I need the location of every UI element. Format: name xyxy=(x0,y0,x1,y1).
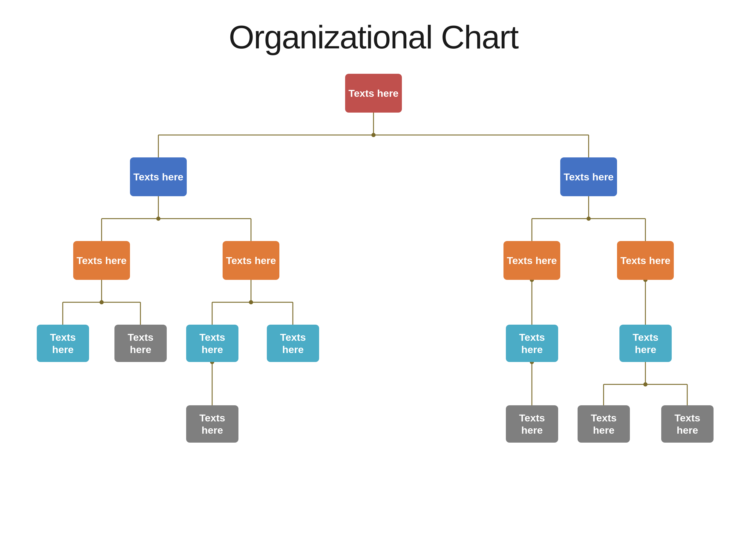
node-l3-rrl: Texts here xyxy=(619,325,672,362)
svg-point-4 xyxy=(371,133,376,137)
svg-point-19 xyxy=(249,300,253,304)
org-chart: Texts here Texts here Texts here Texts h… xyxy=(15,74,732,537)
node-l1-right: Texts here xyxy=(560,157,617,196)
node-l3-lrl: Texts here xyxy=(186,325,238,362)
node-l4-rlc: Texts here xyxy=(506,405,558,443)
node-l4-lrc: Texts here xyxy=(186,405,238,443)
page-title: Organizational Chart xyxy=(229,18,518,56)
node-l2-rr: Texts here xyxy=(617,241,674,280)
connector-lines xyxy=(15,74,732,537)
svg-point-9 xyxy=(156,216,160,221)
node-l4-rrr: Texts here xyxy=(661,405,714,443)
node-l4-rrl: Texts here xyxy=(577,405,630,443)
node-l2-ll: Texts here xyxy=(73,241,130,280)
svg-point-26 xyxy=(587,216,591,221)
node-l3-llr: Texts here xyxy=(114,325,167,362)
node-l2-lr: Texts here xyxy=(223,241,279,280)
svg-point-14 xyxy=(100,300,104,304)
node-l3-rll: Texts here xyxy=(506,325,558,362)
svg-point-37 xyxy=(643,382,647,386)
node-root: Texts here xyxy=(345,74,402,113)
node-l3-lrr: Texts here xyxy=(267,325,319,362)
node-l3-lll: Texts here xyxy=(37,325,89,362)
node-l2-rl: Texts here xyxy=(504,241,560,280)
node-l1-left: Texts here xyxy=(130,157,187,196)
